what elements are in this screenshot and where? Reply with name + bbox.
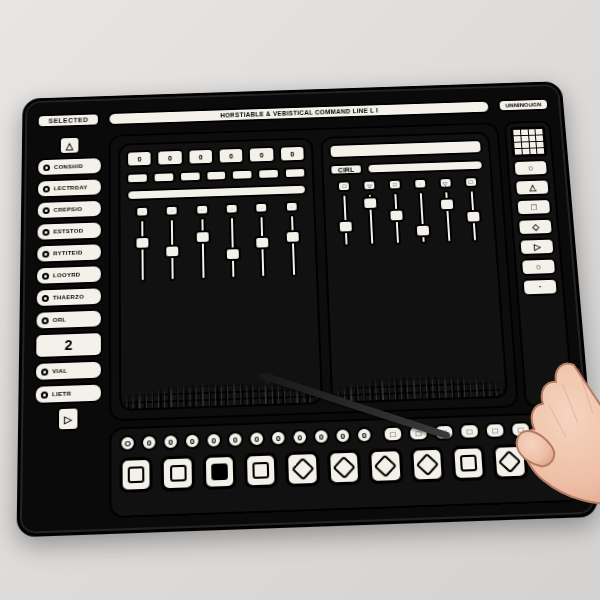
sidebar-item-2[interactable]: CREPSIO xyxy=(36,199,103,220)
pill[interactable]: 0 xyxy=(184,433,201,450)
readout-display xyxy=(328,139,482,159)
sidebar-item-label: VIAL xyxy=(52,368,67,374)
sidebar-item-label: THAERZO xyxy=(53,294,84,301)
pad-5[interactable] xyxy=(327,449,362,485)
cell[interactable] xyxy=(205,170,228,182)
cell[interactable]: 0 xyxy=(187,148,214,165)
circuit-traces xyxy=(121,333,321,409)
pill[interactable]: O xyxy=(119,435,135,452)
knob-6[interactable]: · xyxy=(522,278,559,297)
play-icon[interactable]: ▷ xyxy=(57,406,80,431)
up-triangle-icon[interactable]: △ xyxy=(59,136,81,155)
mini-square[interactable]: □ xyxy=(484,422,506,439)
pad-9[interactable] xyxy=(492,444,528,480)
slider-1[interactable]: · xyxy=(163,205,182,282)
pill[interactable]: 0 xyxy=(205,432,222,449)
mini-bar[interactable] xyxy=(366,159,484,174)
sidebar-footer-1[interactable]: LIETR xyxy=(34,383,103,405)
tab-selected[interactable]: SELECTED xyxy=(37,112,100,128)
pad-check[interactable] xyxy=(202,454,236,490)
knob-0[interactable]: ○ xyxy=(513,159,549,177)
mini-square[interactable]: □ xyxy=(586,418,600,435)
pill[interactable]: 0 xyxy=(248,430,265,447)
cell[interactable]: 0 xyxy=(248,146,275,163)
pad-8[interactable] xyxy=(451,445,486,481)
knob-5[interactable]: ○ xyxy=(520,258,557,276)
cell[interactable]: 0 xyxy=(279,145,306,162)
pill[interactable]: 0 xyxy=(162,433,179,450)
sidebar-footer-0[interactable]: VIAL xyxy=(34,360,103,382)
sidebar: △ CONSHID LECTRDAY CREPSIO ESTSTOD RYTIT… xyxy=(32,135,103,521)
sidebar-item-5[interactable]: LOOYRD xyxy=(35,264,103,286)
label-row: CIRL xyxy=(329,159,484,175)
pill[interactable]: 0 xyxy=(291,429,308,446)
pill[interactable]: 0 xyxy=(313,428,330,445)
slider-2[interactable]: · xyxy=(193,204,212,281)
progress-bar[interactable] xyxy=(126,184,307,201)
pad-4[interactable] xyxy=(285,451,320,487)
slider-0[interactable]: · xyxy=(133,206,151,283)
pad-0[interactable] xyxy=(119,457,153,493)
toggle-4[interactable]: ▽ xyxy=(436,177,458,243)
pad-3[interactable] xyxy=(244,452,278,488)
slider-bank: · · · · · · xyxy=(126,201,310,283)
slider-5[interactable]: · xyxy=(282,201,302,277)
pill[interactable]: 0 xyxy=(356,427,373,444)
workspace: 0 0 0 0 0 0 · · · xyxy=(109,122,519,421)
toggle-3[interactable]: · xyxy=(411,178,433,244)
pad-play[interactable] xyxy=(534,442,570,478)
pixel-grid-icon xyxy=(510,126,547,157)
sidebar-item-label: LIETR xyxy=(52,391,71,398)
toggle-5[interactable]: □ xyxy=(461,176,483,242)
slider-4[interactable]: · xyxy=(253,202,273,279)
mini-square[interactable]: □ xyxy=(382,426,403,443)
slider-3[interactable]: · xyxy=(223,203,243,280)
toggle-0[interactable]: □ xyxy=(335,180,356,246)
readout-row xyxy=(328,139,482,159)
pad-7[interactable] xyxy=(410,447,445,483)
bottom-dock: O 0 0 0 0 0 0 0 0 0 0 0 □ □ □ □ □ □ □ □ … xyxy=(109,412,582,519)
sidebar-item-4[interactable]: RYTITEID xyxy=(35,242,103,263)
cell[interactable] xyxy=(126,172,148,184)
pad-1[interactable] xyxy=(161,455,195,491)
pill[interactable]: 0 xyxy=(141,434,158,451)
sidebar-number[interactable]: 2 xyxy=(34,331,103,359)
mini-square[interactable]: □ xyxy=(561,419,583,436)
mini-square[interactable]: □ xyxy=(510,421,532,438)
cell[interactable] xyxy=(231,169,254,181)
sidebar-item-6[interactable]: THAERZO xyxy=(35,286,103,308)
sidebar-item-3[interactable]: ESTSTOD xyxy=(35,221,102,242)
sidebar-item-label: RYTITEID xyxy=(53,250,82,257)
pill[interactable]: 0 xyxy=(270,430,287,447)
sidebar-item-label: ESTSTOD xyxy=(53,228,83,235)
bar-row xyxy=(126,184,307,201)
toggle-bank: □ ▽ □ · ▽ □ xyxy=(330,176,489,247)
toggle-1[interactable]: ▽ xyxy=(361,180,382,246)
cell[interactable] xyxy=(284,167,307,179)
tag-right[interactable]: UNNINOUGN xyxy=(497,98,549,112)
pill[interactable]: 0 xyxy=(334,427,351,444)
cell[interactable]: 0 xyxy=(157,149,184,166)
knob-2[interactable]: □ xyxy=(516,198,553,216)
panel-left: 0 0 0 0 0 0 · · · xyxy=(118,137,323,411)
small-label: CIRL xyxy=(329,163,363,175)
pill[interactable]: 0 xyxy=(227,431,244,448)
panel-right: CIRL □ ▽ □ · ▽ □ xyxy=(320,132,508,404)
cell[interactable] xyxy=(179,171,202,183)
sidebar-item-7[interactable]: ORL xyxy=(34,309,102,331)
sidebar-item-label: ORL xyxy=(53,317,67,323)
cell[interactable]: 0 xyxy=(126,150,153,167)
sidebar-item-1[interactable]: LECTRDAY xyxy=(36,178,103,199)
window-title: HORSTIABLE & VEBISTICAL COMMAND LINE L I xyxy=(108,99,491,125)
cell[interactable] xyxy=(152,171,174,183)
knob-1[interactable]: △ xyxy=(514,179,551,197)
cell[interactable] xyxy=(257,168,280,180)
mini-square[interactable]: □ xyxy=(459,423,480,440)
knob-4[interactable]: ▷ xyxy=(519,238,556,256)
knob-3[interactable]: ◇ xyxy=(517,218,554,236)
cell[interactable]: 0 xyxy=(218,147,245,164)
pad-6[interactable] xyxy=(368,448,403,484)
sidebar-item-0[interactable]: CONSHID xyxy=(36,156,103,177)
mini-square[interactable]: □ xyxy=(535,420,557,437)
toggle-2[interactable]: □ xyxy=(386,179,407,245)
